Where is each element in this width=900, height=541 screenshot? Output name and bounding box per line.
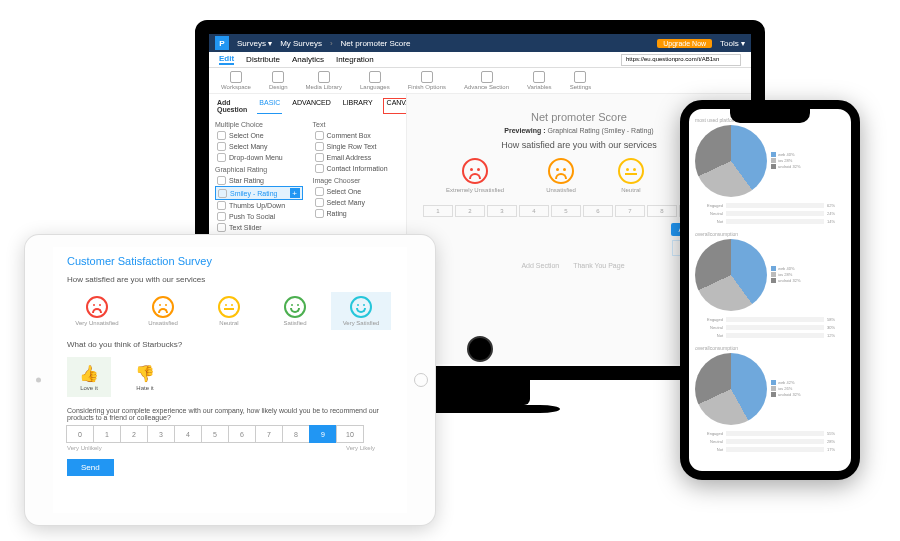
tab-basic[interactable]: BASIC (257, 98, 282, 114)
share-icon (217, 212, 226, 221)
app-header: P Surveys ▾ My Surveys › Net promoter Sc… (209, 34, 751, 52)
thank-you-page-link[interactable]: Thank You Page (573, 262, 624, 269)
t-smiley-2[interactable]: Unsatisfied (133, 292, 193, 330)
tab-edit[interactable]: Edit (219, 54, 234, 65)
opt-star[interactable]: Star Rating (215, 175, 303, 186)
t-smiley-5[interactable]: Very Satisfied (331, 292, 391, 330)
tab-advanced[interactable]: ADVANCED (290, 98, 332, 114)
tablet-q1: How satisfied are you with our services (67, 275, 393, 284)
thumbs-row: 👍Love it 👎Hate it (67, 357, 393, 397)
thumb-up[interactable]: 👍Love it (67, 357, 111, 397)
opt-img-rating[interactable]: Rating (313, 208, 401, 219)
nps-0[interactable]: 0 (66, 425, 94, 443)
opt-select-many[interactable]: Select Many (215, 141, 303, 152)
images-icon (315, 198, 324, 207)
t-smiley-1[interactable]: Very Unsatisfied (67, 292, 127, 330)
nps-8[interactable]: 8 (282, 425, 310, 443)
opt-single-row[interactable]: Single Row Text (313, 141, 401, 152)
smiley-unsatisfied[interactable]: Unsatisfied (546, 158, 576, 193)
bar-chart: Engaged58%Neutral30%Not12% (695, 315, 845, 339)
bar-chart: Engaged55%Neutral28%Not17% (695, 429, 845, 453)
tab-add-question[interactable]: Add Question (215, 98, 249, 114)
breadcrumb-survey-name[interactable]: Net promoter Score (341, 39, 411, 48)
opt-img-one[interactable]: Select One (313, 186, 401, 197)
opt-img-many[interactable]: Select Many (313, 197, 401, 208)
smiley-extremely-unsatisfied[interactable]: Extremely Unsatisfied (446, 158, 504, 193)
tab-distribute[interactable]: Distribute (246, 55, 280, 64)
tab-analytics[interactable]: Analytics (292, 55, 324, 64)
page-7[interactable]: 7 (615, 205, 645, 217)
t-smiley-3[interactable]: Neutral (199, 292, 259, 330)
opt-contact[interactable]: Contact Information (313, 163, 401, 174)
opt-email[interactable]: Email Address (313, 152, 401, 163)
opt-select-one[interactable]: Select One (215, 130, 303, 141)
tab-canvas[interactable]: CANVAS (383, 98, 407, 114)
nps-5[interactable]: 5 (201, 425, 229, 443)
tablet-q2: What do you think of Starbucks? (67, 340, 393, 349)
opt-thumbs[interactable]: Thumbs Up/Down (215, 200, 303, 211)
nps-1[interactable]: 1 (93, 425, 121, 443)
text-icon (315, 142, 324, 151)
surveys-menu[interactable]: Surveys ▾ (237, 39, 272, 48)
nps-scale: 012345678910 (67, 425, 393, 443)
page-8[interactable]: 8 (647, 205, 677, 217)
smiley-neutral[interactable]: Neutral (618, 158, 644, 193)
media-icon (318, 71, 330, 83)
send-button[interactable]: Send (67, 459, 114, 476)
nps-9[interactable]: 9 (309, 425, 337, 443)
pie-chart (695, 353, 767, 425)
opt-smiley[interactable]: Smiley - Rating+ (215, 186, 303, 200)
nps-7[interactable]: 7 (255, 425, 283, 443)
tool-advance[interactable]: Advance Section (464, 71, 509, 90)
tool-workspace[interactable]: Workspace (221, 71, 251, 90)
tool-variables[interactable]: Variables (527, 71, 552, 90)
tab-library[interactable]: LIBRARY (341, 98, 375, 114)
nps-4[interactable]: 4 (174, 425, 202, 443)
page-3[interactable]: 3 (487, 205, 517, 217)
rating-icon (315, 209, 324, 218)
slider-icon (217, 223, 226, 232)
analytics-chart: most used platform web 40%ios 28%android… (695, 117, 845, 225)
tools-menu[interactable]: Tools ▾ (720, 39, 745, 48)
nps-3[interactable]: 3 (147, 425, 175, 443)
opt-comment[interactable]: Comment Box (313, 130, 401, 141)
page-2[interactable]: 2 (455, 205, 485, 217)
nps-10[interactable]: 10 (336, 425, 364, 443)
page-1[interactable]: 1 (423, 205, 453, 217)
tool-languages[interactable]: Languages (360, 71, 390, 90)
tablet-camera (36, 378, 41, 383)
pie-legend: web 40%ios 28%android 32% (771, 266, 845, 284)
tool-finish[interactable]: Finish Options (408, 71, 446, 90)
breadcrumb-my-surveys[interactable]: My Surveys (280, 39, 322, 48)
nps-2[interactable]: 2 (120, 425, 148, 443)
upgrade-button[interactable]: Upgrade Now (657, 39, 712, 48)
opt-dropdown[interactable]: Drop-down Menu (215, 152, 303, 163)
tool-settings[interactable]: Settings (570, 71, 592, 90)
page-6[interactable]: 6 (583, 205, 613, 217)
pie-legend: web 40%ios 28%android 32% (771, 152, 845, 170)
star-icon (217, 176, 226, 185)
page-5[interactable]: 5 (551, 205, 581, 217)
smiley-icon (218, 189, 227, 198)
sad-face-icon (548, 158, 574, 184)
group-graphical: Graphical Rating (215, 166, 303, 173)
globe-icon (369, 71, 381, 83)
tablet-home-button (414, 373, 428, 387)
toolbar: Workspace Design Media Library Languages… (209, 68, 751, 94)
group-multiple-choice: Multiple Choice (215, 121, 303, 128)
nps-high-label: Very Likely (346, 445, 375, 451)
add-section-link[interactable]: Add Section (521, 262, 559, 269)
main-tabs: Edit Distribute Analytics Integration ht… (209, 52, 751, 68)
tool-design[interactable]: Design (269, 71, 288, 90)
page-4[interactable]: 4 (519, 205, 549, 217)
tool-media[interactable]: Media Library (306, 71, 342, 90)
nps-6[interactable]: 6 (228, 425, 256, 443)
tab-integration[interactable]: Integration (336, 55, 374, 64)
opt-text-slider[interactable]: Text Slider (215, 222, 303, 233)
survey-url-field[interactable]: https://eu.questionpro.com/t/AB1sn (621, 54, 741, 66)
t-smiley-4[interactable]: Satisfied (265, 292, 325, 330)
comment-icon (315, 131, 324, 140)
monitor-home-button (467, 336, 493, 362)
opt-push-social[interactable]: Push To Social (215, 211, 303, 222)
thumb-down[interactable]: 👎Hate it (123, 357, 167, 397)
